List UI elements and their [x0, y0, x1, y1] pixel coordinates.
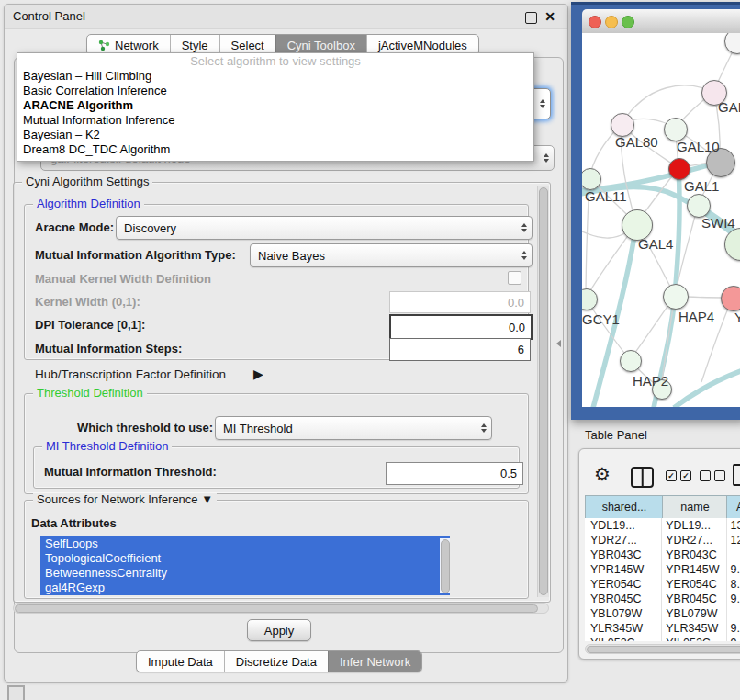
- cell-name: YPR145W: [662, 562, 726, 577]
- columns-icon[interactable]: [631, 467, 654, 488]
- network-window-titlebar[interactable]: [582, 9, 740, 34]
- cell-value: [727, 548, 740, 562]
- mi-algorithm-type-combobox[interactable]: Naive Bayes: [250, 243, 533, 267]
- new-table-icon[interactable]: [733, 464, 740, 486]
- tab-infer-network[interactable]: Infer Network: [328, 651, 421, 672]
- data-attributes-label: Data Attributes: [31, 516, 117, 530]
- hub-definition-label: Hub/Transcription Factor Definition: [35, 367, 226, 381]
- list-item[interactable]: gal4RGexp: [40, 581, 450, 595]
- select-all-checkboxes-icon[interactable]: ✓ ✓: [666, 470, 691, 481]
- network-node[interactable]: [668, 158, 690, 180]
- node-label: GAL10: [677, 139, 720, 154]
- tab-label: Impute Data: [148, 655, 213, 669]
- cell-value: 12: [727, 533, 740, 548]
- algorithm-dropdown-list: Select algorithm to view settings Bayesi…: [17, 52, 534, 162]
- network-node[interactable]: [663, 284, 689, 310]
- scrollbar-thumb[interactable]: [441, 539, 450, 593]
- dropdown-item-selected[interactable]: ARACNE Algorithm: [17, 98, 533, 113]
- attributes-scrollbar[interactable]: [440, 538, 450, 593]
- settings-horizontal-scrollbar[interactable]: [13, 603, 549, 614]
- tab-label: Cyni Toolbox: [287, 39, 355, 52]
- scrollbar-thumb[interactable]: [539, 187, 548, 595]
- table-row[interactable]: YLR345W YLR345W 9.: [585, 621, 740, 636]
- node-label: HAP4: [678, 309, 714, 324]
- close-icon[interactable]: ✕: [544, 9, 555, 24]
- node-label: Y: [734, 310, 740, 325]
- table-row[interactable]: YBR045C YBR045C 9.: [585, 592, 740, 606]
- table-row[interactable]: YBL079W YBL079W: [585, 606, 740, 621]
- mi-threshold-field[interactable]: 0.5: [386, 462, 523, 485]
- apply-button[interactable]: Apply: [247, 619, 311, 641]
- column-header-partial[interactable]: A: [726, 495, 740, 519]
- aracne-mode-combobox[interactable]: Discovery: [116, 216, 533, 240]
- list-item[interactable]: TopologicalCoefficient: [40, 551, 450, 566]
- group-title: Sources for Network Inference ▼: [33, 493, 217, 506]
- cell-value: 9.: [727, 562, 740, 577]
- list-item[interactable]: BetweennessCentrality: [40, 566, 450, 581]
- bottom-tab-bar: Impute Data Discretize Data Infer Networ…: [136, 650, 422, 672]
- data-attributes-list: SelfLoops TopologicalCoefficient Between…: [40, 536, 450, 595]
- cell-name: YBR045C: [662, 592, 726, 606]
- maximize-traffic-light-icon[interactable]: [622, 16, 634, 28]
- unchecked-box-icon: [700, 470, 711, 481]
- minimized-panel-icon[interactable]: [7, 685, 25, 700]
- cell-shared-name: YDL19...: [585, 518, 662, 533]
- table-row[interactable]: YER054C YER054C 8.: [585, 577, 740, 592]
- combobox-value: Naive Bayes: [258, 249, 325, 263]
- expand-right-icon[interactable]: ▶: [253, 367, 263, 381]
- network-node[interactable]: [721, 286, 740, 311]
- manual-kernel-width-label: Manual Kernel Width Definition: [35, 272, 211, 286]
- table-row[interactable]: YDL19... YDL19... 13: [585, 518, 740, 533]
- column-header-name[interactable]: name: [662, 495, 728, 519]
- collapse-down-icon[interactable]: ▼: [201, 492, 213, 506]
- table-panel: ⚙ ✓ ✓ shared... name A YDL19... YDL19...…: [578, 448, 740, 660]
- gear-icon[interactable]: ⚙: [594, 465, 611, 483]
- table-horizontal-scrollbar[interactable]: [585, 644, 740, 654]
- tab-label: Select: [231, 39, 264, 52]
- list-item[interactable]: SelfLoops: [40, 536, 450, 551]
- table-row[interactable]: YBR043C YBR043C: [585, 548, 740, 562]
- deselect-all-checkboxes-icon[interactable]: [700, 470, 725, 481]
- cell-shared-name: YDR27...: [585, 533, 662, 548]
- table-row[interactable]: YPR145W YPR145W 9.: [585, 562, 740, 577]
- cell-shared-name: YPR145W: [585, 562, 662, 577]
- splitter-handle-icon[interactable]: [556, 340, 561, 347]
- manual-kernel-width-checkbox[interactable]: [508, 271, 521, 285]
- combobox-value: Discovery: [124, 221, 176, 235]
- close-traffic-light-icon[interactable]: [589, 16, 601, 28]
- cell-name: YIL052C: [662, 636, 726, 641]
- settings-vertical-scrollbar[interactable]: [537, 186, 549, 597]
- cell-value: 8.: [727, 577, 740, 592]
- tab-discretize-data[interactable]: Discretize Data: [224, 651, 328, 672]
- dropdown-item[interactable]: Dream8 DC_TDC Algorithm: [17, 142, 533, 157]
- column-header-shared-name[interactable]: shared...: [585, 495, 664, 519]
- table-body: YDL19... YDL19... 13 YDR27... YDR27... 1…: [585, 518, 740, 641]
- dropdown-item[interactable]: Bayesian – K2: [17, 128, 533, 142]
- dpi-tolerance-field[interactable]: 0.0: [389, 314, 533, 340]
- dropdown-item[interactable]: Basic Correlation Inference: [17, 84, 533, 98]
- mi-steps-field[interactable]: 6: [389, 338, 531, 361]
- which-threshold-combobox[interactable]: MI Threshold: [215, 416, 492, 440]
- tab-label: Network: [115, 39, 159, 52]
- network-canvas[interactable]: GAL GAL80 GAL10 GAL1 GAL11 SWI4 GAL4 GCY…: [582, 33, 740, 407]
- group-title: Cyni Algorithm Settings: [22, 175, 152, 188]
- cell-name: YER054C: [662, 577, 726, 592]
- node-label: GAL80: [615, 134, 658, 150]
- dropdown-item[interactable]: Bayesian – Hill Climbing: [17, 69, 533, 84]
- aracne-mode-label: Aracne Mode:: [35, 220, 114, 234]
- mi-steps-label: Mutual Information Steps:: [35, 342, 182, 356]
- cell-shared-name: YBR045C: [585, 592, 662, 606]
- network-node[interactable]: [620, 350, 642, 372]
- table-row[interactable]: YIL052C YIL052C 9.: [585, 636, 740, 641]
- dropdown-item[interactable]: Mutual Information Inference: [17, 113, 533, 128]
- network-view-window: GAL GAL80 GAL10 GAL1 GAL11 SWI4 GAL4 GCY…: [571, 2, 740, 420]
- stepper-icon: [544, 153, 549, 163]
- scrollbar-thumb[interactable]: [15, 604, 538, 613]
- node-label: GAL1: [684, 178, 719, 194]
- scrollbar-thumb[interactable]: [587, 646, 740, 653]
- float-panel-icon[interactable]: [525, 12, 537, 24]
- minimize-traffic-light-icon[interactable]: [605, 16, 618, 28]
- kernel-width-field[interactable]: 0.0: [389, 291, 531, 313]
- tab-impute-data[interactable]: Impute Data: [137, 651, 224, 672]
- table-row[interactable]: YDR27... YDR27... 12: [585, 533, 740, 548]
